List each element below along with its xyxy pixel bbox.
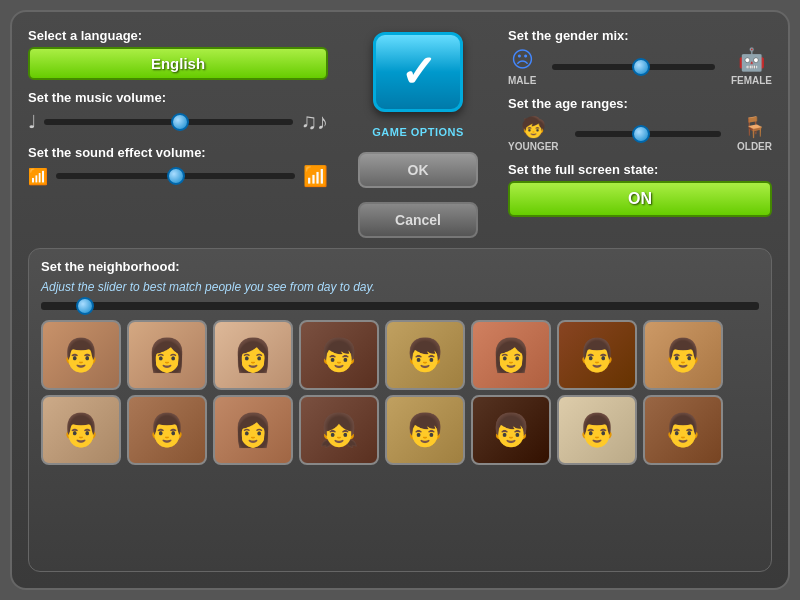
older-icon: 🪑	[742, 115, 767, 139]
ok-button[interactable]: OK	[358, 152, 478, 188]
male-icon: ☹	[511, 47, 534, 73]
face-thumb-14[interactable]: 👦	[471, 395, 551, 465]
music-label: Set the music volume:	[28, 90, 328, 105]
face-thumb-16[interactable]: 👨	[643, 395, 723, 465]
main-container: Select a language: English Set the music…	[10, 10, 790, 590]
lang-label: Select a language:	[28, 28, 328, 43]
language-button[interactable]: English	[28, 47, 328, 80]
faces-row-2: 👨 👨 👩 👧 👦 👦 👨 👨	[41, 395, 759, 465]
face-thumb-10[interactable]: 👨	[127, 395, 207, 465]
age-label: Set the age ranges:	[508, 96, 772, 111]
age-range-slider[interactable]	[575, 131, 721, 137]
neighborhood-sublabel: Adjust the slider to best match people y…	[41, 280, 759, 294]
checkmark-icon: ✓	[400, 50, 437, 94]
face-thumb-9[interactable]: 👨	[41, 395, 121, 465]
neighborhood-slider[interactable]	[41, 302, 759, 310]
face-thumb-2[interactable]: 👩	[127, 320, 207, 390]
music-volume-slider[interactable]	[44, 119, 293, 125]
fullscreen-button[interactable]: ON	[508, 181, 772, 217]
face-thumb-8[interactable]: 👨	[643, 320, 723, 390]
male-label: MALE	[508, 75, 536, 86]
music-slider-container	[44, 112, 293, 132]
older-label: OLDER	[737, 141, 772, 152]
younger-label: YOUNGER	[508, 141, 559, 152]
face-thumb-4[interactable]: 👦	[299, 320, 379, 390]
face-thumb-5[interactable]: 👦	[385, 320, 465, 390]
music-slider-row: ♩ ♫♪	[28, 109, 328, 135]
face-thumb-11[interactable]: 👩	[213, 395, 293, 465]
face-thumb-3[interactable]: 👩	[213, 320, 293, 390]
cancel-button[interactable]: Cancel	[358, 202, 478, 238]
sound-slider-row: 📶 📶	[28, 164, 328, 188]
faces-container: 👨 👩 👩 👦 👦 👩 👨 👨 👨 👨 👩 👧 👦 👦 👨 👨	[41, 320, 759, 465]
female-icon: 🤖	[738, 47, 765, 73]
top-section: Select a language: English Set the music…	[28, 28, 772, 238]
left-panel: Select a language: English Set the music…	[28, 28, 328, 238]
fullscreen-label: Set the full screen state:	[508, 162, 772, 177]
game-options-button[interactable]: ✓	[373, 32, 463, 112]
sound-slider-container	[56, 166, 295, 186]
gender-slider-row: ☹ MALE 🤖 FEMALE	[508, 47, 772, 86]
face-thumb-7[interactable]: 👨	[557, 320, 637, 390]
gender-label: Set the gender mix:	[508, 28, 772, 43]
sound-high-icon: 📶	[303, 164, 328, 188]
neighborhood-slider-row	[41, 302, 759, 310]
music-low-icon: ♩	[28, 111, 36, 133]
center-panel: ✓ GAME OPTIONS OK Cancel	[338, 28, 498, 238]
faces-row-1: 👨 👩 👩 👦 👦 👩 👨 👨	[41, 320, 759, 390]
game-options-title: GAME OPTIONS	[372, 126, 464, 138]
female-label: FEMALE	[731, 75, 772, 86]
younger-icon: 🧒	[521, 115, 546, 139]
bottom-section: Set the neighborhood: Adjust the slider …	[28, 248, 772, 572]
sound-volume-slider[interactable]	[56, 173, 295, 179]
right-panel: Set the gender mix: ☹ MALE 🤖 FEMALE Set …	[508, 28, 772, 238]
sound-label: Set the sound effect volume:	[28, 145, 328, 160]
music-high-icon: ♫♪	[301, 109, 329, 135]
face-thumb-12[interactable]: 👧	[299, 395, 379, 465]
face-thumb-1[interactable]: 👨	[41, 320, 121, 390]
face-thumb-15[interactable]: 👨	[557, 395, 637, 465]
gender-mix-slider[interactable]	[552, 64, 715, 70]
neighborhood-label: Set the neighborhood:	[41, 259, 759, 274]
face-thumb-6[interactable]: 👩	[471, 320, 551, 390]
face-thumb-13[interactable]: 👦	[385, 395, 465, 465]
age-slider-row: 🧒 YOUNGER 🪑 OLDER	[508, 115, 772, 152]
sound-low-icon: 📶	[28, 167, 48, 186]
